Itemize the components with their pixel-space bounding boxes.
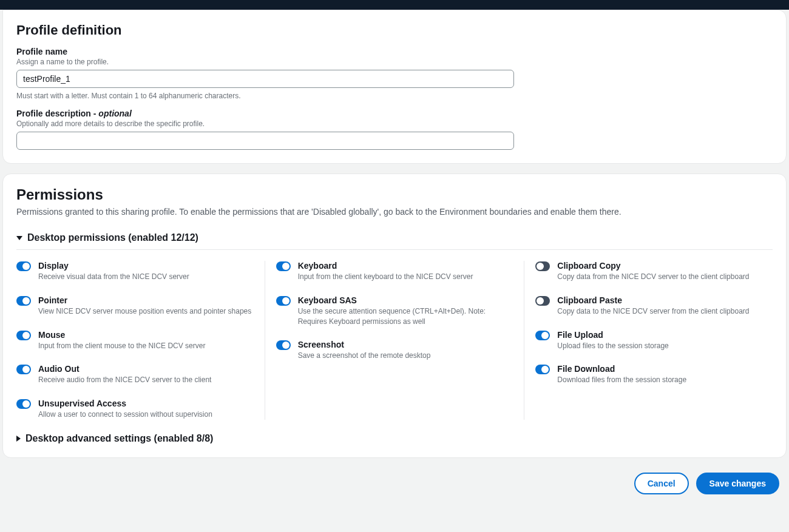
permission-text: ScreenshotSave a screenshot of the remot… xyxy=(298,340,513,361)
profile-name-hint: Must start with a letter. Must contain 1… xyxy=(16,92,773,100)
permissions-title: Permissions xyxy=(16,186,773,203)
profile-desc-label: Profile description - optional xyxy=(16,109,773,118)
permission-toggle[interactable] xyxy=(535,296,550,306)
permission-item: DisplayReceive visual data from the NICE… xyxy=(16,261,254,282)
permission-text: PointerView NICE DCV server mouse positi… xyxy=(38,295,254,317)
permission-name: Mouse xyxy=(38,330,254,340)
permission-name: Clipboard Copy xyxy=(557,261,773,271)
permission-desc: Input from the client keyboard to the NI… xyxy=(298,272,513,282)
permission-toggle[interactable] xyxy=(276,296,291,306)
permission-text: Clipboard CopyCopy data from the NICE DC… xyxy=(557,261,773,282)
permission-toggle[interactable] xyxy=(16,399,31,409)
permission-name: File Upload xyxy=(557,330,773,340)
permission-name: Display xyxy=(38,261,254,271)
permission-name: Unsupervised Access xyxy=(38,399,254,408)
permission-name: Keyboard xyxy=(298,261,513,271)
permission-toggle[interactable] xyxy=(535,331,550,340)
permission-name: Pointer xyxy=(38,295,254,305)
permission-name: Keyboard SAS xyxy=(298,295,513,305)
permission-name: File Download xyxy=(557,364,773,374)
permission-toggle[interactable] xyxy=(535,365,550,374)
profile-name-help: Assign a name to the profile. xyxy=(16,58,773,66)
permission-name: Clipboard Paste xyxy=(557,295,773,305)
desktop-advanced-header[interactable]: Desktop advanced settings (enabled 8/8) xyxy=(16,431,773,444)
permission-toggle[interactable] xyxy=(16,365,31,374)
permission-desc: Receive audio from the NICE DCV server t… xyxy=(38,375,254,385)
permissions-column: DisplayReceive visual data from the NICE… xyxy=(16,261,265,420)
permission-desc: Upload files to the session storage xyxy=(557,341,773,351)
permission-text: File DownloadDownload files from the ses… xyxy=(557,364,773,385)
permissions-grid: DisplayReceive visual data from the NICE… xyxy=(16,261,773,420)
desktop-permissions-header[interactable]: Desktop permissions (enabled 12/12) xyxy=(16,230,773,250)
permission-item: File DownloadDownload files from the ses… xyxy=(535,364,773,385)
permissions-column: KeyboardInput from the client keyboard t… xyxy=(265,261,524,420)
cancel-button[interactable]: Cancel xyxy=(634,473,689,494)
permission-name: Screenshot xyxy=(298,340,513,349)
permission-desc: Download files from the session storage xyxy=(557,375,773,385)
permission-desc: Copy data from the NICE DCV server to th… xyxy=(557,272,773,282)
profile-desc-input[interactable] xyxy=(16,132,514,150)
permission-toggle[interactable] xyxy=(535,261,550,271)
permission-toggle[interactable] xyxy=(16,331,31,340)
permission-toggle[interactable] xyxy=(16,296,31,306)
permission-text: Audio OutReceive audio from the NICE DCV… xyxy=(38,364,254,385)
profile-name-field: Profile name Assign a name to the profil… xyxy=(16,47,773,100)
permission-desc: Copy data to the NICE DCV server from th… xyxy=(557,306,773,317)
desktop-advanced-header-text: Desktop advanced settings (enabled 8/8) xyxy=(25,433,213,444)
permission-item: ScreenshotSave a screenshot of the remot… xyxy=(276,340,513,361)
permission-item: MouseInput from the client mouse to the … xyxy=(16,330,254,351)
permission-text: DisplayReceive visual data from the NICE… xyxy=(38,261,254,282)
permission-toggle[interactable] xyxy=(16,261,31,271)
profile-name-label: Profile name xyxy=(16,47,773,56)
profile-desc-optional: optional xyxy=(98,109,131,118)
permission-text: Clipboard PasteCopy data to the NICE DCV… xyxy=(557,295,773,317)
permission-desc: Input from the client mouse to the NICE … xyxy=(38,341,254,351)
desktop-permissions-header-text: Desktop permissions (enabled 12/12) xyxy=(27,232,198,243)
permission-text: Unsupervised AccessAllow a user to conne… xyxy=(38,399,254,420)
permission-text: File UploadUpload files to the session s… xyxy=(557,330,773,351)
permission-item: Keyboard SASUse the secure attention seq… xyxy=(276,295,513,327)
permission-item: Clipboard PasteCopy data to the NICE DCV… xyxy=(535,295,773,317)
caret-right-icon xyxy=(16,436,21,442)
permission-toggle[interactable] xyxy=(276,261,291,271)
permission-desc: Save a screenshot of the remote desktop xyxy=(298,351,513,361)
footer: Cancel Save changes xyxy=(0,468,789,504)
permission-item: Unsupervised AccessAllow a user to conne… xyxy=(16,399,254,420)
permission-name: Audio Out xyxy=(38,364,254,374)
save-button[interactable]: Save changes xyxy=(696,473,779,494)
profile-definition-panel: Profile definition Profile name Assign a… xyxy=(2,10,787,164)
permissions-column: Clipboard CopyCopy data from the NICE DC… xyxy=(524,261,773,420)
permissions-panel: Permissions Permissions granted to this … xyxy=(2,173,787,458)
profile-desc-label-text: Profile description - xyxy=(16,109,98,118)
permission-text: MouseInput from the client mouse to the … xyxy=(38,330,254,351)
permission-toggle[interactable] xyxy=(276,340,291,350)
permission-desc: View NICE DCV server mouse position even… xyxy=(38,306,254,317)
permission-desc: Allow a user to connect to session witho… xyxy=(38,409,254,420)
permission-item: File UploadUpload files to the session s… xyxy=(535,330,773,351)
permission-item: KeyboardInput from the client keyboard t… xyxy=(276,261,513,282)
permissions-subtitle: Permissions granted to this sharing prof… xyxy=(16,207,773,217)
profile-name-input[interactable] xyxy=(16,70,514,88)
profile-definition-title: Profile definition xyxy=(16,22,773,38)
permission-text: Keyboard SASUse the secure attention seq… xyxy=(298,295,513,327)
permission-item: PointerView NICE DCV server mouse positi… xyxy=(16,295,254,317)
permission-item: Audio OutReceive audio from the NICE DCV… xyxy=(16,364,254,385)
caret-down-icon xyxy=(16,236,22,240)
permission-desc: Use the secure attention sequence (CTRL+… xyxy=(298,306,513,327)
permission-desc: Receive visual data from the NICE DCV se… xyxy=(38,272,254,282)
permission-text: KeyboardInput from the client keyboard t… xyxy=(298,261,513,282)
profile-desc-help: Optionally add more details to describe … xyxy=(16,120,773,128)
profile-desc-field: Profile description - optional Optionall… xyxy=(16,109,773,150)
permission-item: Clipboard CopyCopy data from the NICE DC… xyxy=(535,261,773,282)
top-bar xyxy=(0,0,789,10)
